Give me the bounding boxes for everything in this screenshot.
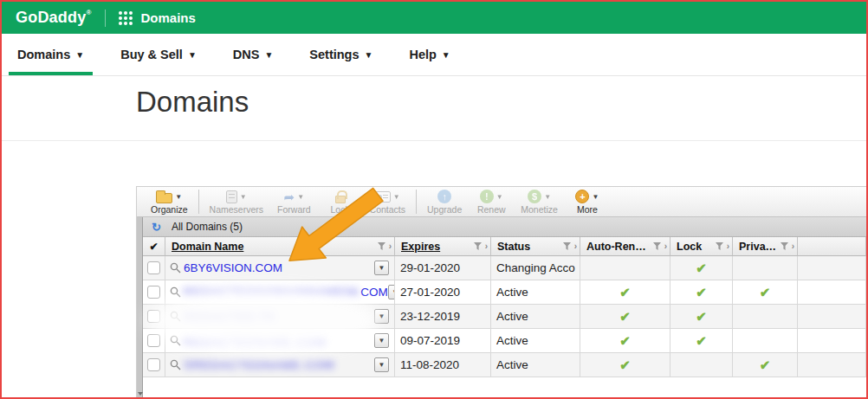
magnifier-icon[interactable] xyxy=(170,359,181,370)
redacted-domain[interactable]: REDACTEDNAME.COM xyxy=(184,334,327,347)
nav-item-settings[interactable]: Settings ▼ xyxy=(306,34,376,75)
column-expand-icon[interactable]: › xyxy=(664,241,667,251)
row-checkbox[interactable] xyxy=(147,310,160,323)
empty-cell xyxy=(798,256,866,280)
chevron-down-icon: ▼ xyxy=(297,193,304,201)
filter-icon[interactable] xyxy=(378,242,387,250)
empty-cell xyxy=(798,353,866,377)
domain-link[interactable]: COM xyxy=(360,286,388,299)
toolbar-separator xyxy=(198,190,199,214)
auto-renew-cell: ✔ xyxy=(580,305,670,329)
row-dropdown-button[interactable]: ▼ xyxy=(374,261,389,275)
col-header-auto-renew[interactable]: Auto-Ren… › xyxy=(580,237,670,256)
filter-icon[interactable] xyxy=(563,242,573,250)
table-row: REDACTEDNAME.COM ▼ 09-07-2019 Active ✔ ✔ xyxy=(143,329,866,353)
select-all-header[interactable]: ✔ xyxy=(143,237,165,256)
status-cell: Changing Acco xyxy=(491,256,580,280)
empty-cell xyxy=(798,305,866,329)
upgrade-button[interactable]: ↑ Upgrade xyxy=(420,187,469,216)
column-expand-icon[interactable]: › xyxy=(485,241,488,251)
redacted-domain[interactable]: SREDACTEDNAME.COM xyxy=(184,358,335,371)
row-checkbox[interactable] xyxy=(147,261,160,274)
godaddy-logo[interactable]: GoDaddy® xyxy=(16,9,92,27)
col-header-status[interactable]: Status › xyxy=(491,237,580,256)
filter-icon[interactable] xyxy=(716,242,725,250)
nameservers-button[interactable]: ▼ Nameservers xyxy=(203,187,270,216)
row-checkbox[interactable] xyxy=(147,358,160,371)
lock-button[interactable]: Lock xyxy=(318,187,363,216)
auto-renew-cell: ✔ xyxy=(580,353,670,377)
column-expand-icon[interactable]: › xyxy=(727,241,729,251)
column-expand-icon[interactable]: › xyxy=(389,241,392,251)
list-title: All Domains (5) xyxy=(172,221,243,233)
vertical-scrollbar[interactable] xyxy=(137,217,143,397)
row-dropdown-button[interactable]: ▼ xyxy=(374,357,389,372)
padlock-icon xyxy=(335,196,346,203)
privacy-cell xyxy=(733,305,798,329)
row-dropdown-button[interactable]: ▼ xyxy=(374,309,389,324)
column-expand-icon[interactable]: › xyxy=(574,241,577,251)
col-header-lock[interactable]: Lock › xyxy=(670,237,733,256)
chevron-down-icon: ▼ xyxy=(75,50,84,60)
check-icon: ✔ xyxy=(586,285,664,300)
chevron-down-icon: ▼ xyxy=(175,193,182,201)
redacted-domain[interactable]: REDACTEDDOMAINNAME56 xyxy=(184,286,359,299)
row-checkbox[interactable] xyxy=(147,286,160,299)
row-dropdown-button[interactable]: ▼ xyxy=(374,333,389,348)
renew-button[interactable]: !▼ Renew xyxy=(469,187,514,216)
redacted-domain[interactable]: REDACTED.TK xyxy=(184,310,275,323)
title-divider xyxy=(2,140,866,141)
nav-item-buy-sell[interactable]: Buy & Sell ▼ xyxy=(117,34,200,75)
magnifier-icon[interactable] xyxy=(170,311,181,322)
nav-item-help[interactable]: Help ▼ xyxy=(405,34,453,75)
empty-cell xyxy=(798,280,866,305)
table-row: 6BY6VISION.COM ▼ 29-01-2020 Changing Acc… xyxy=(143,256,866,280)
domain-link[interactable]: 6BY6VISION.COM xyxy=(184,261,282,274)
column-expand-icon[interactable]: › xyxy=(792,241,794,251)
monetize-button[interactable]: $▼ Monetize xyxy=(514,187,565,216)
magnifier-icon[interactable] xyxy=(170,335,181,346)
expires-cell: 09-07-2019 xyxy=(395,329,491,353)
lock-cell: ✔ xyxy=(670,256,733,280)
refresh-icon[interactable]: ↻ xyxy=(152,222,161,233)
lock-cell: ✔ xyxy=(670,305,733,329)
magnifier-icon[interactable] xyxy=(170,286,181,298)
filter-icon[interactable] xyxy=(781,242,790,250)
organize-button[interactable]: ▼ Organize xyxy=(144,187,195,216)
filter-icon[interactable] xyxy=(474,242,483,250)
contacts-button[interactable]: ▼ Contacts xyxy=(363,187,412,216)
check-icon: ✔ xyxy=(586,357,664,373)
table-header-row: ✔ Domain Name › Expires › Status › xyxy=(143,237,866,256)
check-icon: ✔ xyxy=(676,261,727,276)
col-header-privacy[interactable]: Priva… › xyxy=(733,237,798,256)
row-checkbox[interactable] xyxy=(147,334,160,347)
row-dropdown-button[interactable]: ▼ xyxy=(388,285,395,299)
server-icon xyxy=(226,190,237,203)
nav-item-domains[interactable]: Domains ▼ xyxy=(14,34,87,75)
expires-cell: 27-01-2020 xyxy=(395,280,491,305)
col-header-domain-name[interactable]: Domain Name › xyxy=(165,237,395,256)
lock-cell: ✔ xyxy=(670,329,733,353)
chevron-down-icon: ▼ xyxy=(365,50,373,60)
magnifier-icon[interactable] xyxy=(170,262,181,274)
lock-cell: ✔ xyxy=(670,280,733,305)
nav-item-dns[interactable]: DNS ▼ xyxy=(230,34,277,75)
col-header-expires[interactable]: Expires › xyxy=(395,237,491,256)
table-row: REDACTEDDOMAINNAME56 COM ▼ 27-01-2020 Ac… xyxy=(143,280,866,305)
folder-icon xyxy=(156,193,172,203)
privacy-cell xyxy=(733,329,798,353)
monetize-icon: $ xyxy=(528,190,541,203)
table-row: REDACTED.TK ▼ 23-12-2019 Active ✔ ✔ xyxy=(143,305,866,329)
filter-icon[interactable] xyxy=(653,242,663,250)
privacy-cell: ✔ xyxy=(733,280,798,305)
forward-button[interactable]: ➦▼ Forward xyxy=(270,187,318,216)
domain-manager-panel: ▼ Organize ▼ Nameservers ➦▼ Forward Lock… xyxy=(136,186,866,397)
status-cell: Active xyxy=(491,353,580,377)
screenshot-frame: GoDaddy® Domains Domains ▼ Buy & Sell ▼ … xyxy=(0,0,868,399)
forward-arrow-icon: ➦ xyxy=(284,190,295,203)
more-button[interactable]: +▼ More xyxy=(565,187,610,216)
app-grid-icon[interactable] xyxy=(119,11,133,25)
check-icon: ✔ xyxy=(676,333,727,349)
status-cell: Active xyxy=(491,329,580,353)
auto-renew-cell xyxy=(580,256,670,280)
